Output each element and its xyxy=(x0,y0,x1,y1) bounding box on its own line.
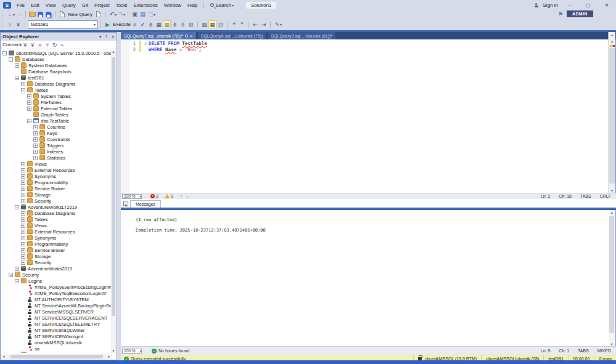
tree-item-ms-policytsqlexecutionlogin[interactable]: ##MS_PolicyTsqlExecutionLogin## xyxy=(1,290,112,296)
expand-icon[interactable]: + xyxy=(21,224,25,228)
scroll-up-icon[interactable]: ▲ xyxy=(609,39,615,43)
expand-icon[interactable]: + xyxy=(21,168,25,172)
tree-item-security[interactable]: +Security xyxy=(1,198,112,204)
scroll-left-icon[interactable]: ◄ xyxy=(2,355,6,358)
tree-item-external-resources[interactable]: +External Resources xyxy=(1,229,112,235)
expand-icon[interactable]: + xyxy=(21,211,25,216)
code-line[interactable]: 1∨DELETE FROM TestTable xyxy=(121,41,602,47)
tree-item-programmability[interactable]: +Programmability xyxy=(1,241,112,247)
tree-item-nt-authority-system[interactable]: NT AUTHORITY\SYSTEM xyxy=(1,296,112,302)
tree-item-tables[interactable]: +Tables xyxy=(1,216,112,222)
tree-item-obursikmssql-obursik[interactable]: obursikMSSQL\obursik xyxy=(1,339,112,346)
tree-item-statistics[interactable]: +Statistics xyxy=(1,155,112,161)
tree-item-views[interactable]: +Views xyxy=(1,161,112,167)
expand-icon[interactable]: + xyxy=(21,193,25,197)
tree-item-logins[interactable]: –Logins xyxy=(1,278,112,284)
tree-item-synonyms[interactable]: +Synonyms xyxy=(1,235,112,241)
next-issue-button[interactable]: ↓ xyxy=(186,194,192,198)
expand-icon[interactable]: + xyxy=(21,217,25,222)
window-position-icon[interactable]: ▾ xyxy=(99,34,102,39)
collapse-icon[interactable]: – xyxy=(9,273,13,277)
expand-icon[interactable]: + xyxy=(21,82,25,86)
document-tab-2[interactable]: SQLQuery6.sql ...L\obursik (75)) xyxy=(198,32,266,39)
results-to-text-button[interactable]: ▨ xyxy=(200,20,208,28)
close-button[interactable]: ✕ xyxy=(600,2,614,9)
tree-item-nt-service-sqlwriter[interactable]: NT SERVICE\SQLWriter xyxy=(1,327,112,333)
messages-zoom-selector[interactable]: 100 % ▾ xyxy=(122,349,142,354)
document-tab-3[interactable]: SQLQuery3.sql ...\obursik (61))* xyxy=(268,32,336,39)
connect-server-icon[interactable]: ¥ xyxy=(22,41,29,49)
tree-item-nt-service-sqltelemetry[interactable]: NT SERVICE\SQLTELEMETRY xyxy=(1,321,112,327)
editor-split-handle[interactable]: + xyxy=(608,32,615,39)
scroll-down-icon[interactable]: ▼ xyxy=(609,342,615,346)
live-query-stats-button[interactable]: ⋔ xyxy=(179,20,187,28)
disconnect-button[interactable]: ¥ xyxy=(6,20,14,28)
tree-item-system-databases[interactable]: +System Databases xyxy=(1,62,112,68)
comment-button[interactable]: ❝ xyxy=(230,20,238,28)
intellisense-toggle[interactable]: ▥ xyxy=(163,20,171,28)
script-icon[interactable]: ⌁ xyxy=(59,41,66,49)
collapse-icon[interactable]: – xyxy=(21,88,25,92)
tree-item-keys[interactable]: +Keys xyxy=(1,130,112,136)
sql-editor[interactable]: 1∨DELETE FROM TestTable2WHERE Name = 'Bo… xyxy=(121,39,616,193)
close-icon[interactable]: ✕ xyxy=(111,34,115,39)
expand-icon[interactable]: + xyxy=(21,180,25,185)
expand-icon[interactable]: + xyxy=(21,162,25,166)
scroll-up-icon[interactable]: ▲ xyxy=(609,210,615,214)
registered-servers-button[interactable]: ▤ xyxy=(139,10,147,18)
activity-monitor-button[interactable]: ▣ xyxy=(131,10,139,18)
change-connection-button[interactable]: ¥ xyxy=(14,20,22,28)
object-explorer-vertical-scrollbar[interactable]: ▲ ▼ xyxy=(111,50,116,353)
expand-icon[interactable]: + xyxy=(33,150,38,154)
open-query-button[interactable] xyxy=(94,10,102,18)
cancel-query-button[interactable]: ■ xyxy=(131,20,139,28)
tree-item-adventureworks2019[interactable]: +AdventureWorks2019 xyxy=(1,265,112,272)
tree-item-testdb1[interactable]: –testDB1 xyxy=(1,75,112,81)
collapse-icon[interactable]: – xyxy=(27,119,31,123)
template-explorer-button[interactable]: ▢ xyxy=(147,10,155,18)
stop-icon[interactable]: ■ xyxy=(36,41,44,49)
tree-item-synonyms[interactable]: +Synonyms xyxy=(1,173,112,179)
scroll-up-icon[interactable]: ▲ xyxy=(111,50,116,54)
tree-item-storage[interactable]: +Storage xyxy=(1,192,112,198)
warning-count[interactable]: 0 xyxy=(171,194,173,198)
menu-item-edit[interactable]: Edit xyxy=(28,1,43,9)
expand-icon[interactable]: + xyxy=(33,156,38,160)
tree-item-constraints[interactable]: +Constraints xyxy=(1,136,112,142)
object-explorer-header[interactable]: Object Explorer ▾ ⊺ ✕ xyxy=(1,33,117,41)
editor-vertical-scrollbar[interactable]: + ▲ ▼ xyxy=(608,39,615,193)
expand-icon[interactable]: + xyxy=(33,131,38,135)
scrollbar-thumb[interactable] xyxy=(609,216,614,333)
toolbar-overflow-icon[interactable]: ▾ xyxy=(280,22,282,26)
expand-icon[interactable]: + xyxy=(21,230,25,234)
tree-item-tables[interactable]: –Tables xyxy=(1,87,112,93)
connect-button[interactable]: Connect xyxy=(2,42,21,47)
open-file-button[interactable] xyxy=(28,10,36,18)
decrease-indent-button[interactable]: ⇤ xyxy=(252,20,260,28)
tree-item-storage[interactable]: +Storage xyxy=(1,253,112,259)
collapse-icon[interactable]: – xyxy=(15,279,19,283)
messages-output[interactable]: (1 row affected)Completion time: 2025-10… xyxy=(121,210,616,346)
menu-item-git[interactable]: Git xyxy=(79,1,91,9)
tree-item-obursikmssql-sql-server-15-0-2000-5-obur[interactable]: –obursikMSSQL (SQL Server 15.0.2000.5 - … xyxy=(1,50,112,56)
pin-icon[interactable] xyxy=(185,34,188,38)
expand-icon[interactable]: + xyxy=(21,261,25,265)
error-count[interactable]: 2 xyxy=(156,194,158,198)
collapse-icon[interactable]: – xyxy=(2,51,7,55)
expand-icon[interactable]: + xyxy=(21,174,25,179)
tree-item-databases[interactable]: –Databases xyxy=(1,56,112,62)
menu-item-project[interactable]: Project xyxy=(91,1,113,9)
redo-button[interactable]: ↷ xyxy=(117,10,125,18)
tree-item-security[interactable]: +Security xyxy=(1,259,112,265)
tree-item-security[interactable]: –Security xyxy=(1,272,112,278)
tree-item-adventureworkslt2019[interactable]: –AdventureWorksLT2019 xyxy=(1,204,112,210)
navigate-forward-button[interactable]: → xyxy=(15,10,23,18)
tree-item-nt-service-sqlserveragent[interactable]: NT SERVICE\SQLSERVERAGENT xyxy=(1,315,112,321)
collapse-icon[interactable]: – xyxy=(15,205,19,209)
filter-icon[interactable]: ▼ xyxy=(44,41,51,49)
tree-item-sa[interactable]: sa xyxy=(1,346,112,352)
close-icon[interactable]: ✕ xyxy=(190,34,193,38)
expand-icon[interactable]: + xyxy=(15,267,19,271)
expand-icon[interactable]: + xyxy=(21,199,25,203)
expand-icon[interactable]: + xyxy=(21,236,25,240)
